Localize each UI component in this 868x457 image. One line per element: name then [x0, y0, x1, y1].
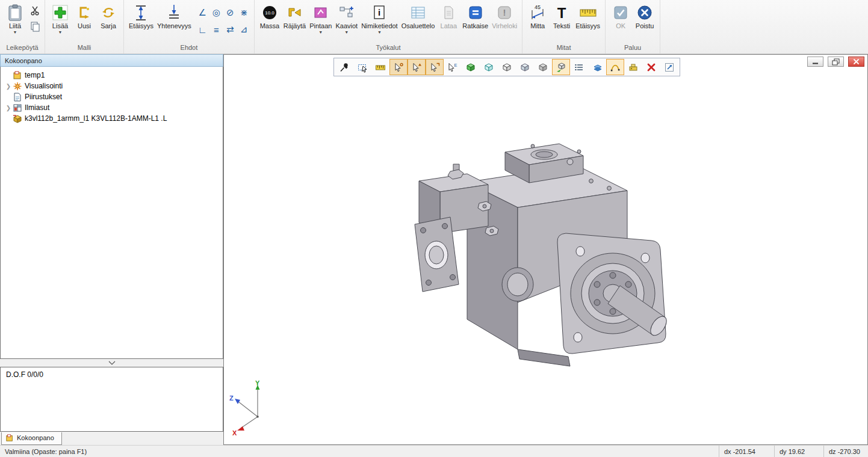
layers-icon [592, 62, 603, 73]
curve-icon [610, 62, 621, 73]
part-white-button[interactable] [498, 59, 516, 75]
tree-item-ilmiasut[interactable]: ❯ Ilmiasut [1, 102, 223, 113]
ruler-icon [579, 2, 597, 22]
constraint-coincidence-button[interactable]: Yhtenevyys [155, 2, 193, 31]
pin-button[interactable] [335, 59, 353, 75]
distance-dim-label: Etäisyys [575, 22, 600, 30]
model-3d[interactable] [224, 55, 868, 445]
svg-text:E: E [454, 63, 457, 68]
part-insert-button[interactable] [552, 59, 570, 75]
part-wireframe-button[interactable] [480, 59, 498, 75]
cut-button[interactable] [28, 4, 42, 17]
parts-list-button[interactable]: Osaluettelo [400, 2, 437, 31]
group-label-dimensions: Mitat [522, 44, 605, 54]
exit-button[interactable]: Poistu [633, 2, 657, 31]
visualization-icon [13, 82, 22, 91]
intersect-constraint-icon[interactable]: ⋇ [237, 4, 251, 21]
diagrams-label: Kaaviot [335, 22, 358, 30]
snap-edge-button[interactable]: E [444, 59, 462, 75]
configurations-icon [13, 103, 22, 112]
text-button[interactable]: T Teksti [550, 2, 574, 31]
diagrams-button[interactable]: Kaaviot ▼ [333, 2, 359, 35]
item-data-button[interactable]: i Nimiketiedot ▼ [359, 2, 400, 35]
ok-button[interactable]: OK [609, 2, 633, 31]
restore-icon [832, 58, 840, 66]
mass-icon: 10.0 [262, 2, 277, 22]
assembly-root-icon [13, 71, 22, 80]
component-icon [13, 114, 22, 123]
new-button[interactable]: Uusi [72, 2, 96, 31]
drawings-icon [13, 93, 22, 102]
paste-button[interactable]: Liitä ▼ [3, 2, 27, 35]
perpendicular-constraint-icon[interactable]: ∟ [196, 21, 209, 38]
tree-item-component[interactable]: k3vl112b_1armm_l1 K3VL112B-1AMM-L1 .L [1, 113, 223, 124]
load-button[interactable]: Lataa [436, 2, 460, 31]
add-button[interactable]: Lisää ▼ [48, 2, 72, 35]
expand-arrow-icon[interactable]: ❯ [4, 83, 13, 90]
ribbon-group-tools: 10.0 Massa Räjäytä Pintaan ▼ [255, 0, 522, 54]
close-button[interactable] [848, 57, 864, 67]
tab-kokoonpano[interactable]: Kokoonpano [1, 432, 62, 445]
open-drawing-button[interactable] [660, 59, 678, 75]
group-label-model: Malli [45, 44, 123, 54]
model-viewport[interactable]: E [223, 54, 868, 445]
minimize-button[interactable] [807, 57, 823, 67]
distance-dim-button[interactable]: Etäisyys [574, 2, 602, 31]
svg-text:i: i [378, 7, 380, 17]
panel-tab-bar: Kokoonpano [0, 432, 223, 445]
tangent-constraint-icon[interactable]: ⊘ [223, 4, 237, 21]
status-bar: Valmiina (Opaste: paina F1) dx -201.54 d… [0, 445, 868, 457]
tree-item-temp1[interactable]: temp1 [1, 70, 223, 81]
measure-tool-button[interactable] [371, 59, 389, 75]
angle-constraint-icon[interactable]: ∠ [196, 4, 209, 21]
snap-vertex-cursor-icon [411, 62, 422, 73]
restore-button[interactable] [828, 57, 844, 67]
solve-button[interactable]: Ratkaise [460, 2, 490, 31]
dof-panel: D.O.F 0/0/0 [0, 367, 223, 432]
explode-label: Räjäytä [284, 22, 306, 30]
diagonal-arrow-icon [664, 62, 675, 73]
list-view-button[interactable] [570, 59, 588, 75]
error-log-button[interactable]: ! Virheloki [490, 2, 519, 31]
expand-arrow-icon[interactable]: ❯ [4, 105, 13, 111]
measure-button[interactable]: 45 Mitta [525, 2, 550, 31]
snap-point-button[interactable] [389, 59, 408, 75]
group-label-constraints: Ehdot [124, 44, 254, 54]
series-button[interactable]: Sarja [96, 2, 120, 31]
delete-button[interactable] [642, 59, 660, 75]
teal-cube-icon [483, 62, 494, 73]
fix-constraint-icon[interactable]: ⊿ [237, 21, 251, 38]
solve-icon [468, 2, 483, 22]
ribbon-spacer [660, 0, 868, 54]
circular-arrows-icon [101, 2, 116, 22]
mass-label: Massa [260, 22, 279, 30]
tree-item-piirustukset[interactable]: Piirustukset [1, 91, 223, 102]
curve-tool-button[interactable] [606, 59, 624, 75]
part-gray-button[interactable] [534, 59, 552, 75]
snap-vertex-button[interactable] [408, 59, 426, 75]
part-shaded-button[interactable] [516, 59, 534, 75]
chevron-down-icon: ▼ [318, 30, 323, 34]
snap-face-button[interactable] [426, 59, 444, 75]
ribbon-group-dimensions: 45 Mitta T Teksti Etäisyys Mitat [522, 0, 606, 54]
status-dz: dz -270.30 [823, 446, 868, 457]
constraint-distance-button[interactable]: Etäisyys [127, 2, 155, 31]
mass-button[interactable]: 10.0 Massa [258, 2, 282, 31]
select-area-button[interactable] [353, 59, 371, 75]
machine-tool-button[interactable] [624, 59, 642, 75]
panel-splitter[interactable] [0, 359, 223, 367]
solve-label: Ratkaise [462, 22, 488, 30]
symmetric-constraint-icon[interactable]: ⇄ [223, 21, 237, 38]
list-icon [574, 62, 584, 73]
to-surface-button[interactable]: Pintaan ▼ [308, 2, 333, 35]
copy-button[interactable] [28, 20, 42, 33]
layers-button[interactable] [588, 59, 606, 75]
explode-button[interactable]: Räjäytä [282, 2, 308, 31]
snap-face-cursor-icon [429, 62, 440, 73]
concentric-constraint-icon[interactable]: ◎ [209, 4, 223, 21]
ribbon-group-clipboard: Liitä ▼ Leikepöytä [0, 0, 45, 54]
group-label-tools: Työkalut [255, 44, 522, 54]
part-select-button[interactable] [462, 59, 480, 75]
tree-item-visualisointi[interactable]: ❯ Visualisointi [1, 81, 223, 91]
parallel-constraint-icon[interactable]: ≡ [209, 21, 223, 38]
